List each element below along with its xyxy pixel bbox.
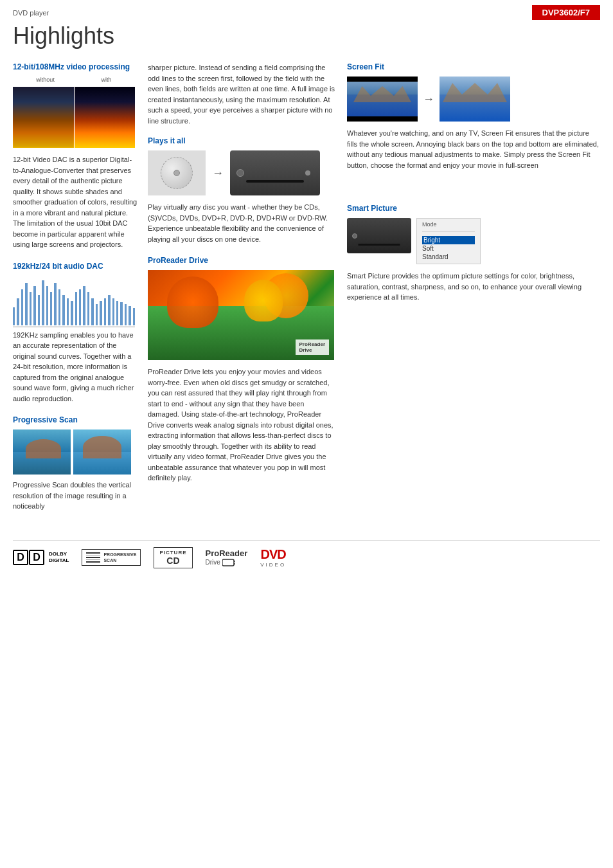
dvd-player-label: DVD player bbox=[13, 9, 49, 17]
proreader-logo-top: ProReader bbox=[206, 548, 248, 558]
progressive-lines-icon bbox=[86, 552, 100, 563]
audio-bar bbox=[42, 280, 44, 325]
section-progressive-title: Progressive Scan bbox=[13, 415, 138, 424]
audio-bar bbox=[120, 302, 122, 325]
audio-bar bbox=[17, 298, 19, 325]
audio-bar bbox=[108, 295, 110, 325]
smart-menu-soft: Soft bbox=[422, 244, 475, 253]
audio-bar bbox=[58, 289, 60, 325]
section-audio-body: 192KHz sampling enables you to have an a… bbox=[13, 330, 138, 404]
svg-rect-0 bbox=[222, 559, 234, 566]
audio-bar bbox=[83, 286, 85, 325]
progressive-images bbox=[13, 429, 138, 475]
audio-bar bbox=[104, 298, 106, 325]
section-proreader-title: ProReader Drive bbox=[148, 256, 337, 265]
disc-hole bbox=[173, 170, 180, 176]
cd-label: CD bbox=[159, 556, 186, 566]
section-smartpic-body: Smart Picture provides the optimum pictu… bbox=[347, 271, 600, 303]
progressive-image-2 bbox=[73, 429, 131, 475]
dolby-digital-logo: D D DOLBYDIGITAL bbox=[13, 550, 69, 565]
audio-bar bbox=[129, 306, 130, 325]
model-badge: DVP3602/F7 bbox=[532, 5, 600, 20]
audio-bar bbox=[21, 289, 23, 325]
12bit-image-labels: without with bbox=[13, 77, 135, 83]
section-audio-title: 192kHz/24 bit audio DAC bbox=[13, 262, 138, 271]
audio-bar bbox=[46, 286, 48, 325]
smart-menu: Mode Bright Soft Standard bbox=[416, 218, 481, 264]
left-column: 12-bit/108MHz video processing without w… bbox=[13, 62, 148, 521]
disc-image bbox=[148, 150, 206, 195]
smart-device-slot bbox=[359, 244, 400, 246]
audio-bar bbox=[71, 301, 73, 325]
audio-bar bbox=[96, 304, 98, 325]
audio-bar bbox=[30, 292, 31, 325]
audio-bar bbox=[87, 292, 89, 325]
dolby-d2: D bbox=[29, 550, 44, 565]
arrow-screenfit-icon: → bbox=[423, 93, 434, 106]
audio-bar bbox=[38, 295, 40, 325]
dolby-label: DOLBYDIGITAL bbox=[49, 551, 69, 563]
footer-logos: D D DOLBYDIGITAL PROGRESSIVESCAN PICTURE… bbox=[13, 540, 600, 568]
section-progressive-body: Progressive Scan doubles the vertical re… bbox=[13, 480, 138, 512]
audio-bar bbox=[54, 283, 56, 325]
screen-fit-image-2 bbox=[440, 77, 510, 122]
audio-bar bbox=[125, 304, 127, 325]
audio-bar bbox=[67, 298, 69, 325]
page-content: Highlights 12-bit/108MHz video processin… bbox=[0, 23, 613, 581]
section-plays-title: Plays it all bbox=[148, 136, 337, 145]
middle-column: sharper picture. Instead of sending a fi… bbox=[148, 62, 347, 521]
screen-fit-image-1 bbox=[347, 77, 418, 122]
dolby-d1: D bbox=[13, 550, 28, 565]
label-with: with bbox=[102, 77, 112, 83]
audio-bar bbox=[33, 286, 35, 325]
section-smartpic-title: Smart Picture bbox=[347, 204, 600, 213]
audio-bar bbox=[112, 298, 114, 325]
proreader-drive-logo: ProReader Drive bbox=[206, 548, 248, 567]
audio-bar bbox=[91, 298, 93, 325]
smart-menu-title: Mode bbox=[422, 221, 475, 228]
section-12bit-title: 12-bit/108MHz video processing bbox=[13, 62, 138, 71]
section-12bit-body: 12-bit Video DAC is a superior Digital-t… bbox=[13, 154, 138, 250]
dvd-video-logo: DVD VIDEO bbox=[260, 547, 286, 568]
three-column-layout: 12-bit/108MHz video processing without w… bbox=[13, 62, 600, 521]
screen-fit-images: → bbox=[347, 77, 600, 122]
progressive-scan-logo: PROGRESSIVESCAN bbox=[82, 549, 141, 566]
section-plays-body: Play virtually any disc you want - wheth… bbox=[148, 202, 337, 244]
audio-bar bbox=[13, 307, 15, 325]
picture-label: PICTURE bbox=[159, 550, 186, 556]
section-proreader-body: ProReader Drive lets you enjoy your movi… bbox=[148, 366, 337, 484]
disc-circle bbox=[161, 157, 193, 189]
dvd-device-slot bbox=[246, 180, 304, 183]
section-screenfit-body: Whatever you're watching, and on any TV,… bbox=[347, 128, 600, 170]
proreader-badge: ProReaderDrive bbox=[296, 339, 329, 355]
audio-bar bbox=[79, 289, 81, 325]
proreader-logo-bottom: Drive bbox=[206, 558, 235, 567]
smart-device-image bbox=[347, 218, 411, 253]
plays-all-images: → bbox=[148, 150, 337, 195]
12bit-comparison-image bbox=[13, 87, 135, 148]
menu-divider bbox=[422, 231, 475, 232]
dvd-video-label: VIDEO bbox=[260, 562, 286, 568]
top-bar: DVD player DVP3602/F7 bbox=[0, 0, 613, 23]
audio-bars-chart bbox=[13, 276, 135, 327]
page-title: Highlights bbox=[13, 23, 600, 50]
audio-bar bbox=[50, 292, 52, 325]
smart-menu-standard: Standard bbox=[422, 253, 475, 261]
label-without: without bbox=[36, 77, 55, 83]
arrow-icon: → bbox=[212, 167, 224, 180]
dvd-player-device-image bbox=[230, 150, 320, 195]
dvd-logo-text: DVD bbox=[260, 547, 286, 562]
progressive-scan-label: PROGRESSIVESCAN bbox=[103, 552, 136, 563]
section-screenfit-title: Screen Fit bbox=[347, 62, 600, 71]
audio-bar bbox=[25, 283, 27, 325]
proreader-icon bbox=[222, 558, 235, 567]
proreader-image: ProReaderDrive bbox=[148, 270, 334, 360]
audio-bar bbox=[100, 301, 102, 325]
smart-picture-container: Mode Bright Soft Standard bbox=[347, 218, 600, 264]
picture-cd-logo: PICTURE CD bbox=[154, 547, 192, 568]
audio-bar bbox=[75, 292, 77, 325]
audio-bar bbox=[133, 308, 135, 325]
progressive-continued-body: sharper picture. Instead of sending a fi… bbox=[148, 62, 337, 126]
dvd-device-button bbox=[236, 169, 244, 177]
right-column: Screen Fit → Whatever you' bbox=[347, 62, 600, 521]
